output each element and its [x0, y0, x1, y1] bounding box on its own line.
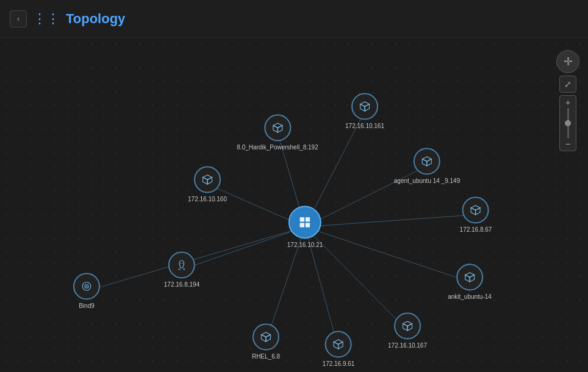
back-icon: ‹: [17, 15, 20, 23]
svg-point-16: [182, 263, 184, 264]
topology-node[interactable]: 172.16.10.161: [345, 93, 384, 129]
zoom-thumb: [565, 120, 571, 126]
zoom-slider[interactable]: + −: [559, 95, 576, 151]
topology-node[interactable]: ankit_ubuntu-14: [448, 264, 492, 300]
node-icon: [456, 264, 483, 291]
topology-node[interactable]: 172.16.10.167: [388, 313, 427, 349]
topology-node[interactable]: 8.0_Hardik_Powershell_8.192: [237, 115, 318, 151]
svg-line-5: [182, 227, 305, 270]
topology-node[interactable]: 172.16.8.67: [460, 197, 492, 233]
node-label: 172.16.8.194: [164, 281, 199, 288]
node-icon: [253, 324, 279, 351]
node-icon: [289, 206, 321, 239]
node-label: agent_ubuntu 14 _9.149: [394, 177, 460, 184]
topology-canvas: ✛ ⤢ + − 172.16.10.21 172.16.10.161 8.0_H…: [0, 38, 588, 372]
node-label: Bind9: [79, 302, 95, 309]
node-label: 172.16.10.21: [287, 241, 323, 248]
svg-line-6: [305, 227, 470, 282]
header: ‹ ⋮⋮ Topology: [0, 0, 588, 38]
node-icon: [394, 313, 421, 340]
node-label: 172.16.8.67: [460, 226, 492, 233]
back-button[interactable]: ‹: [10, 10, 27, 27]
topology-node[interactable]: 172.16.9.61: [323, 331, 355, 367]
node-icon: [168, 252, 195, 279]
topology-node[interactable]: RHEL_6.8: [252, 324, 280, 360]
compass-control[interactable]: ✛: [556, 50, 579, 73]
center-node[interactable]: 172.16.10.21: [287, 206, 323, 248]
topology-node[interactable]: 172.16.8.194: [164, 252, 199, 288]
node-label: 172.16.10.167: [388, 342, 427, 349]
node-label: RHEL_6.8: [252, 353, 280, 360]
node-icon: [325, 331, 352, 358]
topology-node[interactable]: agent_ubuntu 14 _9.149: [394, 148, 460, 184]
fit-icon: ⤢: [564, 79, 572, 89]
zoom-track: [567, 108, 569, 138]
map-controls: ✛ ⤢ + −: [556, 50, 579, 151]
node-label: 8.0_Hardik_Powershell_8.192: [237, 144, 318, 151]
node-label: 172.16.9.61: [323, 360, 355, 367]
svg-rect-13: [300, 223, 304, 227]
node-icon: [73, 273, 100, 300]
svg-rect-12: [306, 217, 310, 221]
node-label: ankit_ubuntu-14: [448, 293, 492, 300]
topology-node[interactable]: 172.16.10.160: [188, 166, 227, 202]
fit-button[interactable]: ⤢: [559, 76, 576, 93]
topology-icon: ⋮⋮: [33, 11, 60, 27]
node-label: 172.16.10.160: [188, 196, 227, 202]
topology-lines: [0, 38, 588, 372]
svg-line-4: [305, 215, 476, 227]
zoom-out-label[interactable]: −: [565, 140, 570, 148]
page-title: Topology: [66, 11, 125, 27]
zoom-in-label[interactable]: +: [565, 98, 570, 107]
node-label: 172.16.10.161: [345, 123, 384, 129]
node-icon: [462, 197, 489, 224]
node-icon: [264, 115, 291, 141]
node-icon: [194, 166, 221, 193]
node-icon: [414, 148, 440, 175]
node-icon: [351, 93, 378, 120]
svg-point-19: [86, 285, 87, 287]
compass-icon: ✛: [564, 55, 573, 68]
svg-rect-14: [306, 223, 310, 227]
svg-rect-11: [300, 217, 304, 221]
svg-point-15: [181, 263, 182, 264]
topology-node[interactable]: Bind9: [73, 273, 100, 309]
